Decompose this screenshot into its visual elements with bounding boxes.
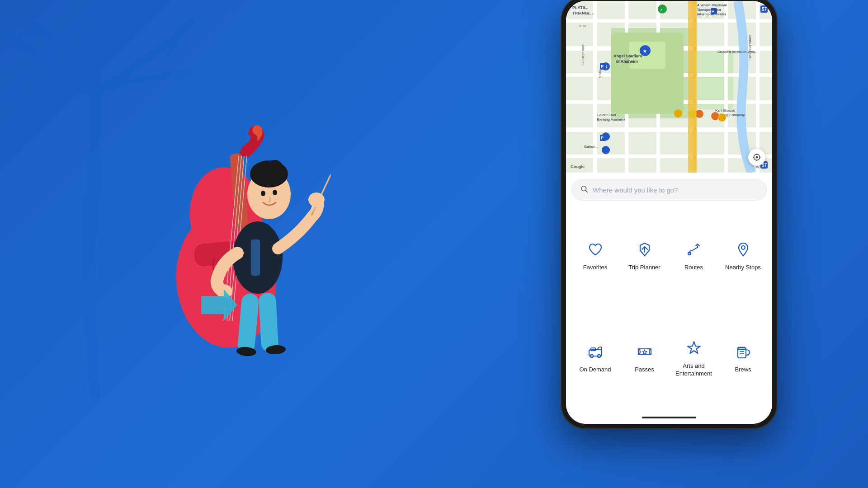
- search-icon: [580, 185, 588, 195]
- trip-planner-label: Trip Planner: [628, 264, 660, 272]
- svg-point-19: [261, 191, 265, 196]
- search-placeholder-text: Where would you like to go?: [593, 186, 758, 194]
- arrow-decoration: [201, 287, 237, 325]
- svg-text:♪: ♪: [660, 7, 663, 12]
- svg-point-63: [689, 110, 697, 118]
- svg-marker-23: [201, 289, 237, 321]
- musician-illustration: [136, 90, 339, 361]
- svg-point-65: [718, 113, 726, 122]
- svg-point-22: [308, 192, 325, 207]
- svg-rect-38: [756, 1, 760, 173]
- trip-planner-icon: [635, 239, 655, 259]
- svg-text:TRIANGL...: TRIANGL...: [572, 11, 594, 15]
- passes-label: Passes: [635, 366, 654, 374]
- svg-point-20: [273, 190, 277, 195]
- map-area[interactable]: k St S College Blvd S Stat... Angel Stad…: [566, 1, 772, 173]
- favorites-icon: [585, 239, 605, 259]
- menu-item-brews[interactable]: Brews: [719, 305, 767, 409]
- on-demand-icon: [585, 342, 605, 361]
- svg-rect-37: [724, 1, 728, 173]
- svg-rect-13: [251, 239, 260, 276]
- svg-text:P: P: [601, 64, 604, 69]
- on-demand-label: On Demand: [579, 366, 611, 374]
- svg-text:Brewing Anaheim: Brewing Anaheim: [597, 117, 625, 122]
- svg-text:★: ★: [642, 48, 647, 54]
- svg-text:Gatew...: Gatew...: [584, 145, 597, 149]
- menu-grid: Favorites Tri: [571, 207, 767, 409]
- home-bar: [642, 417, 696, 418]
- menu-item-trip-planner[interactable]: Trip Planner: [621, 207, 668, 304]
- svg-point-84: [756, 156, 758, 159]
- phone-frame: k St S College Blvd S Stat... Angel Stad…: [561, 0, 778, 429]
- svg-text:Angel Stadium: Angel Stadium: [613, 54, 642, 58]
- svg-rect-39: [688, 1, 696, 173]
- arts-icon: [684, 338, 704, 358]
- brews-icon: [733, 342, 753, 361]
- svg-text:of Anaheim: of Anaheim: [616, 59, 638, 64]
- phone-screen: k St S College Blvd S Stat... Angel Stad…: [566, 1, 772, 424]
- bottom-panel: Where would you like to go? Favorites: [566, 173, 772, 424]
- location-button[interactable]: [748, 149, 765, 166]
- svg-text:Anaheim Regional: Anaheim Regional: [697, 3, 726, 7]
- svg-text:57: 57: [762, 7, 767, 12]
- svg-text:Karl Strauss: Karl Strauss: [715, 108, 735, 113]
- svg-rect-9: [259, 292, 279, 352]
- routes-label: Routes: [684, 264, 703, 272]
- svg-text:Transportation: Transportation: [697, 8, 721, 12]
- svg-point-93: [741, 246, 745, 249]
- svg-text:k St: k St: [580, 24, 586, 28]
- search-bar[interactable]: Where would you like to go?: [571, 179, 767, 201]
- menu-item-favorites[interactable]: Favorites: [571, 207, 619, 304]
- arts-label: Arts and Entertainment: [674, 362, 714, 378]
- svg-point-18: [267, 160, 283, 176]
- svg-text:Intermodal Center: Intermodal Center: [697, 12, 726, 16]
- menu-item-routes[interactable]: Routes: [670, 207, 717, 304]
- phone-device: k St S College Blvd S Stat... Angel Stad…: [561, 0, 778, 447]
- nearby-stops-icon: [733, 239, 753, 259]
- passes-icon: [635, 342, 655, 361]
- svg-text:Santa Ana Rive...: Santa Ana Rive...: [748, 35, 752, 61]
- svg-point-61: [674, 109, 682, 117]
- svg-text:Golden Roa...: Golden Roa...: [597, 113, 619, 117]
- nearby-stops-label: Nearby Stops: [725, 264, 761, 272]
- svg-line-90: [585, 190, 587, 192]
- menu-item-arts[interactable]: Arts and Entertainment: [670, 305, 717, 409]
- routes-icon: [684, 239, 704, 259]
- svg-point-56: [602, 146, 610, 154]
- brews-label: Brews: [735, 366, 751, 374]
- svg-text:PLATII...: PLATII...: [572, 5, 588, 10]
- menu-item-passes[interactable]: Passes: [621, 305, 668, 409]
- favorites-label: Favorites: [583, 264, 607, 272]
- svg-text:P: P: [601, 136, 604, 140]
- menu-item-nearby-stops[interactable]: Nearby Stops: [719, 207, 767, 304]
- svg-rect-32: [566, 155, 772, 158]
- svg-text:S College Blvd: S College Blvd: [581, 45, 585, 66]
- svg-point-64: [711, 112, 719, 120]
- home-indicator: [571, 411, 767, 424]
- google-badge: Google: [571, 164, 585, 169]
- menu-item-on-demand[interactable]: On Demand: [571, 305, 619, 409]
